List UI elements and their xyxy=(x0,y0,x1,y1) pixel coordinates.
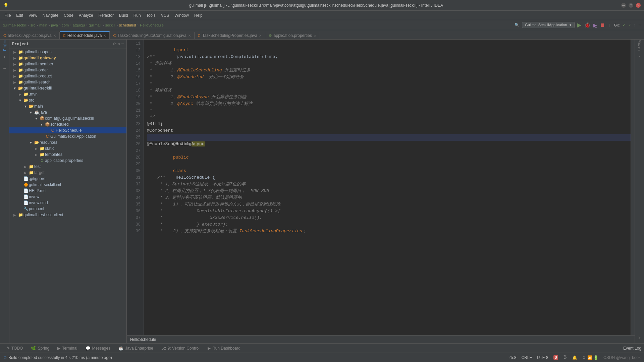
favorites-icon[interactable]: ★ xyxy=(1,53,9,61)
sidebar-item-search[interactable]: ▶ 📁 gulimall-search xyxy=(9,79,126,85)
menu-window[interactable]: Window xyxy=(172,12,192,19)
sidebar-item-helpmd[interactable]: 📄 HELP.md xyxy=(9,188,126,194)
tab-close-icon[interactable]: ✕ xyxy=(103,34,106,38)
tab-taskschedulingautoconfiguration[interactable]: C TaskSchedulingAutoConfiguration.java ✕ xyxy=(110,32,194,39)
breadcrumb-java[interactable]: java xyxy=(51,23,58,27)
sidebar-gear-icon[interactable]: ⚙ xyxy=(118,42,120,47)
tab-taskschedulingproperties[interactable]: C TaskSchedulingProperties.java ✕ xyxy=(195,32,265,39)
maximize-button[interactable]: □ xyxy=(629,3,633,8)
menu-help[interactable]: Help xyxy=(192,12,205,19)
tab-allseckillapplication[interactable]: C allSeckillApplication.java ✕ xyxy=(0,32,60,39)
sidebar-sync-icon[interactable]: ⟳ xyxy=(113,42,116,47)
tab-version-control[interactable]: ⎇ 9: Version Control xyxy=(157,345,204,352)
bean-validation-icon[interactable]: ✓ xyxy=(636,53,644,61)
menu-analyze[interactable]: Analyze xyxy=(76,12,96,19)
sidebar-item-coupon[interactable]: ▶ 📁 gulimall-coupon xyxy=(9,49,126,55)
menu-build[interactable]: Build xyxy=(116,12,131,19)
sidebar-item-member[interactable]: ▶ 📁 gulimall-member xyxy=(9,61,126,67)
menu-view[interactable]: View xyxy=(26,12,40,19)
git-commit-icon[interactable]: ✓ xyxy=(623,23,626,27)
tab-close-icon[interactable]: ✕ xyxy=(314,34,316,38)
tab-terminal[interactable]: ▶ Terminal xyxy=(53,345,81,352)
sidebar-item-src[interactable]: ▼ 📂 src xyxy=(9,97,126,103)
ime-indicator[interactable]: 英 xyxy=(563,355,567,360)
breadcrumb-seckill[interactable]: seckill xyxy=(105,23,115,27)
tab-close-icon[interactable]: ✕ xyxy=(259,34,262,38)
breadcrumb-file[interactable]: HelloSchedule xyxy=(140,23,164,27)
sidebar-collapse-icon[interactable]: — xyxy=(121,42,124,47)
tab-close-icon[interactable]: ✕ xyxy=(53,34,56,38)
sidebar-item-sso[interactable]: ▶ 📁 gulimall-test-sso-client xyxy=(9,212,126,218)
tab-todo[interactable]: ✎ TODO xyxy=(3,345,27,352)
tab-java-enterprise[interactable]: ☕ Java Enterprise xyxy=(114,345,157,352)
run-with-coverage-button[interactable]: ▶̲ xyxy=(593,22,597,28)
close-button[interactable]: ✕ xyxy=(636,3,641,8)
encoding[interactable]: UTF-8 xyxy=(537,355,548,360)
item-label: gulimall-search xyxy=(23,80,51,84)
sidebar-item-pomxml[interactable]: 🔧 pom.xml xyxy=(9,206,126,212)
project-icon[interactable]: Project xyxy=(1,41,9,49)
tab-applicationproperties[interactable]: ⚙ application.properties ✕ xyxy=(265,32,320,39)
notifications-icon[interactable]: 🔔 xyxy=(572,355,577,360)
sidebar-item-templates[interactable]: ▶ 📁 templates xyxy=(9,152,126,158)
breadcrumb-com[interactable]: com xyxy=(62,23,69,27)
sidebar-item-java[interactable]: ▼ ☕ java xyxy=(9,109,126,115)
tab-messages[interactable]: 💬 Messages xyxy=(82,345,115,352)
code-area[interactable]: 11 12 13 14 15 16 17 18 19 20 21 22 23 2… xyxy=(127,40,635,335)
git-revert-icon[interactable]: ↩ xyxy=(638,23,641,27)
vertical-scrollbar[interactable] xyxy=(631,40,635,335)
sidebar-item-resources[interactable]: ▼ 📂 resources xyxy=(9,139,126,145)
breadcrumb-gulimall[interactable]: gulimall xyxy=(89,23,101,27)
menu-code[interactable]: Code xyxy=(61,12,76,19)
sidebar-item-mvn[interactable]: ▶ 📁 .mvn xyxy=(9,91,126,97)
menu-navigate[interactable]: Navigate xyxy=(40,12,61,19)
sidebar-item-mvnwcmd[interactable]: 📄 mvnw.cmd xyxy=(9,200,126,206)
sidebar-item-application[interactable]: C GulimallSeckillApplication xyxy=(9,133,126,139)
event-log-label[interactable]: Event Log xyxy=(623,346,641,351)
menu-run[interactable]: Run xyxy=(131,12,144,19)
maven-icon[interactable]: Maven xyxy=(636,41,644,49)
menu-edit[interactable]: Edit xyxy=(13,12,26,19)
sidebar-item-main[interactable]: ▼ 📂 main xyxy=(9,103,126,109)
cursor-position[interactable]: 25:8 xyxy=(508,355,516,360)
breadcrumb-scheduled[interactable]: scheduled xyxy=(119,23,136,27)
sidebar-item-seckill[interactable]: ▼ 📂 gulimall-seckill xyxy=(9,85,126,91)
sidebar-item-gateway[interactable]: ▶ 📁 gulimall-gateway xyxy=(9,55,126,61)
run-config-selector[interactable]: GulimallSeckillApplication ▾ xyxy=(522,22,574,28)
tab-close-icon[interactable]: ✕ xyxy=(188,34,191,38)
tab-run-dashboard[interactable]: ▶ Run Dashboard xyxy=(204,345,245,352)
tab-spring[interactable]: 🌿 Spring xyxy=(27,345,53,352)
sidebar-toggle-icon[interactable]: ▷ xyxy=(636,334,644,342)
sidebar-item-package[interactable]: ▼ 📦 com.atguigu.gulimall.seckill xyxy=(9,115,126,121)
sidebar-item-scheduled[interactable]: ▼ 📦 scheduled xyxy=(9,121,126,127)
search-everywhere-icon[interactable]: 🔍 xyxy=(515,23,519,27)
stop-button[interactable]: ⏹ xyxy=(600,22,605,28)
debug-button[interactable]: 🐞 xyxy=(584,22,591,28)
breadcrumb-main[interactable]: main xyxy=(39,23,47,27)
sidebar-item-product[interactable]: ▶ 📁 gulimall-product xyxy=(9,73,126,79)
git-push-icon[interactable]: ↑ xyxy=(634,23,636,27)
minimize-button[interactable]: — xyxy=(621,3,626,8)
sidebar-item-order[interactable]: ▶ 📁 gulimall-order xyxy=(9,67,126,73)
breadcrumb-module[interactable]: gulimall-seckill xyxy=(3,23,26,27)
sidebar-item-mvnw[interactable]: 📄 mvnw xyxy=(9,194,126,200)
menu-tools[interactable]: Tools xyxy=(144,12,158,19)
line-ending[interactable]: CRLF xyxy=(521,355,532,360)
menu-file[interactable]: File xyxy=(2,12,13,19)
menu-vcs[interactable]: VCS xyxy=(158,12,172,19)
structure-icon[interactable]: ≡ xyxy=(1,64,9,72)
run-button[interactable]: ▶ xyxy=(577,22,581,28)
sidebar-item-test[interactable]: ▶ 📁 test xyxy=(9,164,126,170)
sidebar-item-target[interactable]: ▶ 📁 target xyxy=(9,170,126,176)
sidebar-item-iml[interactable]: 🔶 gulimall-seckill.iml xyxy=(9,182,126,188)
code-content[interactable]: import java.util.concurrent.CompletableF… xyxy=(144,40,631,335)
tab-helloschedule[interactable]: C HelloSchedule.java ✕ xyxy=(60,31,110,39)
breadcrumb-src[interactable]: src xyxy=(31,23,36,27)
sidebar-item-appprops[interactable]: ⚙ application.properties xyxy=(9,158,126,164)
menu-refactor[interactable]: Refactor xyxy=(96,12,116,19)
sidebar-item-gitignore[interactable]: 📄 .gitignore xyxy=(9,176,126,182)
breadcrumb-atguigu[interactable]: atguigu xyxy=(73,23,85,27)
sidebar-item-static[interactable]: ▶ 📁 static xyxy=(9,145,126,152)
sidebar-item-helloschedule[interactable]: C HelloSchedule xyxy=(9,127,126,133)
git-update-icon[interactable]: ✓ xyxy=(628,23,631,27)
